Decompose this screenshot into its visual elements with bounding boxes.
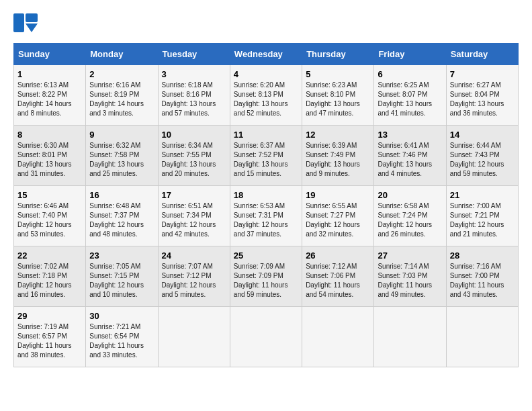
week-row-2: 8 Sunrise: 6:30 AM Sunset: 8:01 PM Dayli… — [14, 126, 519, 186]
calendar-cell: 16 Sunrise: 6:48 AM Sunset: 7:37 PM Dayl… — [86, 186, 158, 246]
day-info: Sunrise: 6:41 AM Sunset: 7:46 PM Dayligh… — [378, 141, 442, 179]
logo-icon — [13, 13, 38, 32]
calendar-table: SundayMondayTuesdayWednesdayThursdayFrid… — [13, 43, 519, 367]
day-number: 13 — [378, 130, 442, 140]
day-info: Sunrise: 6:53 AM Sunset: 7:31 PM Dayligh… — [234, 201, 298, 239]
calendar-cell: 17 Sunrise: 6:51 AM Sunset: 7:34 PM Dayl… — [158, 186, 230, 246]
day-number: 10 — [162, 130, 226, 140]
day-info: Sunrise: 6:46 AM Sunset: 7:40 PM Dayligh… — [17, 201, 82, 239]
weekday-header-tuesday: Tuesday — [158, 44, 230, 65]
day-info: Sunrise: 6:55 AM Sunset: 7:27 PM Dayligh… — [306, 201, 370, 239]
day-info: Sunrise: 6:25 AM Sunset: 8:07 PM Dayligh… — [378, 81, 442, 118]
day-number: 7 — [450, 69, 515, 79]
day-number: 20 — [378, 190, 442, 200]
day-info: Sunrise: 6:30 AM Sunset: 8:01 PM Dayligh… — [17, 141, 82, 179]
calendar-cell: 9 Sunrise: 6:32 AM Sunset: 7:58 PM Dayli… — [86, 126, 158, 186]
calendar-cell: 5 Sunrise: 6:23 AM Sunset: 8:10 PM Dayli… — [302, 65, 374, 126]
day-info: Sunrise: 6:34 AM Sunset: 7:55 PM Dayligh… — [162, 141, 226, 179]
weekday-header-thursday: Thursday — [302, 44, 374, 65]
day-number: 12 — [306, 130, 370, 140]
calendar-cell: 4 Sunrise: 6:20 AM Sunset: 8:13 PM Dayli… — [230, 65, 302, 126]
calendar-cell: 14 Sunrise: 6:44 AM Sunset: 7:43 PM Dayl… — [446, 126, 518, 186]
calendar-cell: 13 Sunrise: 6:41 AM Sunset: 7:46 PM Dayl… — [374, 126, 446, 186]
day-number: 8 — [17, 130, 82, 140]
day-info: Sunrise: 6:27 AM Sunset: 8:04 PM Dayligh… — [450, 81, 515, 118]
day-info: Sunrise: 7:00 AM Sunset: 7:21 PM Dayligh… — [450, 201, 515, 239]
weekday-header-sunday: Sunday — [14, 44, 86, 65]
day-number: 16 — [89, 190, 154, 200]
calendar-cell: 27 Sunrise: 7:14 AM Sunset: 7:03 PM Dayl… — [374, 246, 446, 307]
weekday-header-row: SundayMondayTuesdayWednesdayThursdayFrid… — [14, 44, 519, 65]
calendar-cell: 3 Sunrise: 6:18 AM Sunset: 8:16 PM Dayli… — [158, 65, 230, 126]
calendar-cell — [302, 307, 374, 367]
calendar-cell: 18 Sunrise: 6:53 AM Sunset: 7:31 PM Dayl… — [230, 186, 302, 246]
day-info: Sunrise: 6:16 AM Sunset: 8:19 PM Dayligh… — [89, 81, 154, 118]
week-row-5: 29 Sunrise: 7:19 AM Sunset: 6:57 PM Dayl… — [14, 307, 519, 367]
svg-rect-0 — [13, 13, 24, 32]
calendar-cell: 15 Sunrise: 6:46 AM Sunset: 7:40 PM Dayl… — [14, 186, 86, 246]
day-info: Sunrise: 7:21 AM Sunset: 6:54 PM Dayligh… — [89, 322, 154, 360]
day-info: Sunrise: 6:23 AM Sunset: 8:10 PM Dayligh… — [306, 81, 370, 118]
day-number: 25 — [234, 250, 298, 261]
day-number: 22 — [17, 250, 82, 261]
calendar-cell: 2 Sunrise: 6:16 AM Sunset: 8:19 PM Dayli… — [86, 65, 158, 126]
day-number: 2 — [89, 69, 154, 79]
day-number: 11 — [234, 130, 298, 140]
svg-rect-1 — [26, 13, 38, 22]
calendar-cell: 7 Sunrise: 6:27 AM Sunset: 8:04 PM Dayli… — [446, 65, 518, 126]
day-number: 27 — [378, 250, 442, 261]
day-number: 4 — [234, 69, 298, 79]
calendar-cell: 11 Sunrise: 6:37 AM Sunset: 7:52 PM Dayl… — [230, 126, 302, 186]
weekday-header-friday: Friday — [374, 44, 446, 65]
day-info: Sunrise: 7:19 AM Sunset: 6:57 PM Dayligh… — [17, 322, 82, 360]
day-number: 9 — [89, 130, 154, 140]
week-row-4: 22 Sunrise: 7:02 AM Sunset: 7:18 PM Dayl… — [14, 246, 519, 307]
calendar-cell: 20 Sunrise: 6:58 AM Sunset: 7:24 PM Dayl… — [374, 186, 446, 246]
day-number: 24 — [162, 250, 226, 261]
day-number: 6 — [378, 69, 442, 79]
calendar-cell: 19 Sunrise: 6:55 AM Sunset: 7:27 PM Dayl… — [302, 186, 374, 246]
day-number: 15 — [17, 190, 82, 200]
day-number: 5 — [306, 69, 370, 79]
calendar-cell — [374, 307, 446, 367]
calendar-cell: 30 Sunrise: 7:21 AM Sunset: 6:54 PM Dayl… — [86, 307, 158, 367]
calendar-cell — [158, 307, 230, 367]
day-info: Sunrise: 6:37 AM Sunset: 7:52 PM Dayligh… — [234, 141, 298, 179]
calendar-cell: 29 Sunrise: 7:19 AM Sunset: 6:57 PM Dayl… — [14, 307, 86, 367]
calendar-cell — [230, 307, 302, 367]
calendar-cell: 10 Sunrise: 6:34 AM Sunset: 7:55 PM Dayl… — [158, 126, 230, 186]
calendar-cell: 22 Sunrise: 7:02 AM Sunset: 7:18 PM Dayl… — [14, 246, 86, 307]
day-info: Sunrise: 6:58 AM Sunset: 7:24 PM Dayligh… — [378, 201, 442, 239]
weekday-header-saturday: Saturday — [446, 44, 518, 65]
week-row-3: 15 Sunrise: 6:46 AM Sunset: 7:40 PM Dayl… — [14, 186, 519, 246]
day-info: Sunrise: 7:16 AM Sunset: 7:00 PM Dayligh… — [450, 262, 515, 300]
day-info: Sunrise: 6:13 AM Sunset: 8:22 PM Dayligh… — [17, 81, 82, 118]
day-number: 17 — [162, 190, 226, 200]
calendar-cell: 12 Sunrise: 6:39 AM Sunset: 7:49 PM Dayl… — [302, 126, 374, 186]
day-info: Sunrise: 7:14 AM Sunset: 7:03 PM Dayligh… — [378, 262, 442, 300]
calendar-cell: 1 Sunrise: 6:13 AM Sunset: 8:22 PM Dayli… — [14, 65, 86, 126]
day-info: Sunrise: 6:32 AM Sunset: 7:58 PM Dayligh… — [89, 141, 154, 179]
calendar-cell — [446, 307, 518, 367]
weekday-header-monday: Monday — [86, 44, 158, 65]
day-number: 1 — [17, 69, 82, 79]
day-number: 23 — [89, 250, 154, 261]
day-number: 21 — [450, 190, 515, 200]
logo — [13, 13, 42, 32]
day-info: Sunrise: 6:18 AM Sunset: 8:16 PM Dayligh… — [162, 81, 226, 118]
calendar-cell: 26 Sunrise: 7:12 AM Sunset: 7:06 PM Dayl… — [302, 246, 374, 307]
day-info: Sunrise: 6:44 AM Sunset: 7:43 PM Dayligh… — [450, 141, 515, 179]
calendar-cell: 25 Sunrise: 7:09 AM Sunset: 7:09 PM Dayl… — [230, 246, 302, 307]
day-info: Sunrise: 6:39 AM Sunset: 7:49 PM Dayligh… — [306, 141, 370, 179]
day-info: Sunrise: 7:02 AM Sunset: 7:18 PM Dayligh… — [17, 262, 82, 300]
page-header — [13, 13, 519, 32]
day-number: 19 — [306, 190, 370, 200]
day-number: 26 — [306, 250, 370, 261]
day-info: Sunrise: 7:05 AM Sunset: 7:15 PM Dayligh… — [89, 262, 154, 300]
calendar-cell: 23 Sunrise: 7:05 AM Sunset: 7:15 PM Dayl… — [86, 246, 158, 307]
day-info: Sunrise: 6:48 AM Sunset: 7:37 PM Dayligh… — [89, 201, 154, 239]
day-info: Sunrise: 7:12 AM Sunset: 7:06 PM Dayligh… — [306, 262, 370, 300]
day-info: Sunrise: 7:07 AM Sunset: 7:12 PM Dayligh… — [162, 262, 226, 300]
calendar-cell: 6 Sunrise: 6:25 AM Sunset: 8:07 PM Dayli… — [374, 65, 446, 126]
calendar-cell: 21 Sunrise: 7:00 AM Sunset: 7:21 PM Dayl… — [446, 186, 518, 246]
